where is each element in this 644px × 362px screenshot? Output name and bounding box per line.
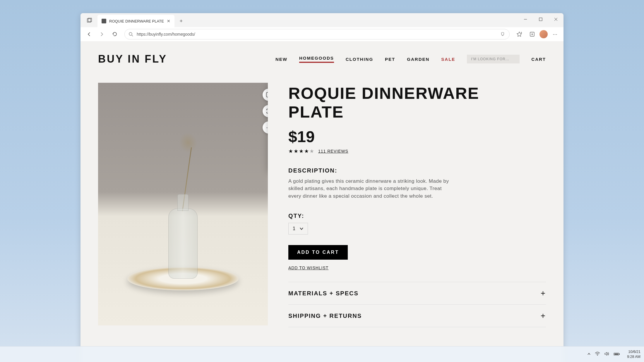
accordion-materials[interactable]: MATERIALS + SPECS + [288,282,546,305]
product-title: ROQUIE DINNERWARE PLATE [288,84,546,122]
site-header: BUY IN FLY NEW HOMEGOODS CLOTHING PET GA… [98,53,546,65]
battery-icon[interactable] [614,352,620,357]
reviews-link[interactable]: 111 REVIEWS [318,149,348,154]
browser-window: ROQUIE DINNERWARE PLATE ✕ + https://buyi… [80,13,564,362]
svg-rect-3 [539,18,542,21]
svg-point-6 [129,32,132,35]
nav-new[interactable]: NEW [275,57,287,62]
titlebar: ROQUIE DINNERWARE PLATE ✕ + [80,13,564,27]
plus-icon: + [541,289,546,298]
product-area: ⋯ Saved to Dining room ideas + Dining ro… [98,83,546,327]
taskbar: 10/6/21 9:28 AM [0,346,644,362]
maximize-button[interactable] [533,13,548,25]
favorites-button[interactable] [514,29,525,40]
product-price: $19 [288,127,546,146]
new-tab-button[interactable]: + [176,16,186,26]
svg-rect-19 [619,354,620,355]
svg-point-17 [597,355,598,356]
accordion-shipping[interactable]: SHIPPING + RETURNS + [288,305,546,327]
description-text: A gold plating gives this ceramic dinner… [288,177,452,200]
system-clock[interactable]: 10/6/21 9:28 AM [627,349,640,359]
site-logo[interactable]: BUY IN FLY [98,53,167,65]
qty-select[interactable]: 1 [288,223,308,235]
chevron-down-icon [299,227,304,230]
main-nav: NEW HOMEGOODS CLOTHING PET GARDEN SALE I… [275,55,546,63]
nav-sale[interactable]: SALE [441,57,455,62]
svg-line-7 [132,35,133,36]
shopping-icon[interactable] [500,32,505,37]
search-icon [129,32,133,37]
nav-pet[interactable]: PET [385,57,395,62]
minimize-button[interactable] [518,13,533,25]
reviews-row: ★★★★★ 111 REVIEWS [288,148,546,154]
search-input[interactable]: I'M LOOKING FOR... [467,55,520,63]
nav-clothing[interactable]: CLOTHING [346,57,373,62]
crop-icon[interactable] [263,105,268,117]
back-button[interactable] [83,29,95,40]
url-text: https://buyinfly.com/homegoods/ [137,32,496,37]
nav-homegoods[interactable]: HOMEGOODS [299,56,334,63]
more-icon[interactable]: ⋯ [263,121,268,134]
product-image: ⋯ Saved to Dining room ideas + Dining ro… [98,83,268,325]
wishlist-link[interactable]: ADD TO WISHLIST [288,266,546,270]
toolbar: https://buyinfly.com/homegoods/ ⋯ [80,27,564,41]
profile-avatar[interactable] [539,30,548,38]
nav-garden[interactable]: GARDEN [407,57,429,62]
window-controls [518,13,564,25]
qty-label: QTY: [288,213,546,219]
star-rating: ★★★★★ [288,148,315,154]
tab-title: ROQUIE DINNERWARE PLATE [109,19,164,23]
close-tab-icon[interactable]: ✕ [167,19,170,23]
page-content: BUY IN FLY NEW HOMEGOODS CLOTHING PET GA… [80,41,564,362]
visual-search-icon[interactable] [263,89,268,101]
nav-cart[interactable]: CART [531,57,546,62]
image-hover-actions: ⋯ [263,89,268,134]
address-bar[interactable]: https://buyinfly.com/homegoods/ [124,29,510,39]
product-details: ROQUIE DINNERWARE PLATE $19 ★★★★★ 111 RE… [288,83,546,327]
tab-favicon [102,19,106,23]
plus-icon: + [541,311,546,320]
collections-button[interactable] [527,29,538,40]
close-button[interactable] [548,13,564,25]
product-accordion: MATERIALS + SPECS + SHIPPING + RETURNS + [288,282,546,327]
volume-icon[interactable] [604,352,609,357]
description-label: DESCRIPTION: [288,167,546,174]
svg-rect-20 [614,354,618,355]
tray-chevron-icon[interactable] [587,352,591,357]
wifi-icon[interactable] [595,352,600,357]
forward-button[interactable] [96,29,107,40]
tab-actions-button[interactable] [83,14,96,27]
browser-tab[interactable]: ROQUIE DINNERWARE PLATE ✕ [97,15,174,27]
menu-button[interactable]: ⋯ [549,29,561,40]
refresh-button[interactable] [109,29,120,40]
add-to-cart-button[interactable]: ADD TO CART [288,245,348,260]
